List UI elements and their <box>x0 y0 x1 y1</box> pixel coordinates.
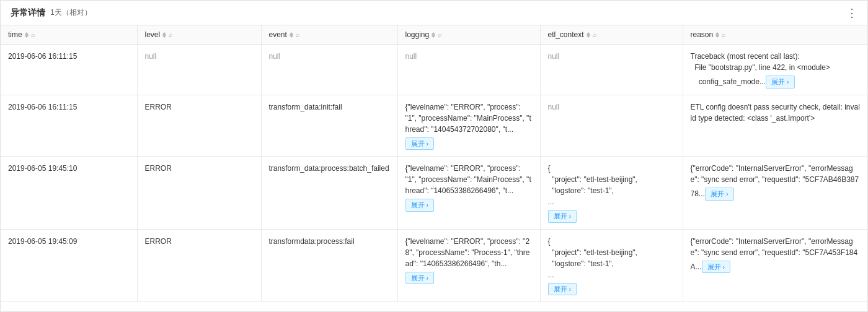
sort-icon-event[interactable] <box>290 32 293 38</box>
expand-logging-3[interactable]: 展开 › <box>405 272 435 285</box>
null-value: null <box>405 52 417 61</box>
cell-etl-1: null <box>540 95 683 157</box>
expand-reason-2[interactable]: 展开 › <box>705 188 734 201</box>
col-logging-label: logging <box>405 30 430 39</box>
cell-reason-3: {"errorCode": "InternalServerError", "er… <box>683 229 867 302</box>
expand-reason-0[interactable]: 展开 › <box>766 76 795 89</box>
cell-event-2: transform_data:process:batch_failed <box>261 157 397 230</box>
table-row: 2019-06-06 16:11:15nullnullnullnullTrace… <box>1 45 867 95</box>
cell-etl-3: { "project": "etl-test-beijing", "logsto… <box>540 229 683 302</box>
expand-etl-3[interactable]: 展开 › <box>548 283 577 296</box>
cell-reason-1: ETL config doesn't pass security check, … <box>683 95 867 157</box>
sort-icon-etl[interactable] <box>587 32 590 38</box>
null-value: null <box>548 52 560 61</box>
sort-icon-level[interactable] <box>162 32 166 38</box>
cell-time-3: 2019-06-05 19:45:09 <box>1 229 137 302</box>
cell-etl-0: null <box>540 45 683 95</box>
cell-reason-0: Traceback (most recent call last): File … <box>683 45 867 95</box>
header: 异常详情 1天（相对） ⋮ <box>1 1 867 25</box>
cell-level-2: ERROR <box>137 157 261 230</box>
sort-icon-time[interactable] <box>25 32 29 38</box>
col-header-etl-context: etl_context ⌕ <box>540 25 683 45</box>
filter-icon-reason[interactable]: ⌕ <box>722 31 726 38</box>
page-container: 异常详情 1天（相对） ⋮ time <box>0 0 868 312</box>
cell-logging-2: {"levelname": "ERROR", "process": "1", "… <box>397 157 540 230</box>
col-time-label: time <box>8 30 22 39</box>
sort-icon-logging[interactable] <box>432 32 435 38</box>
page-title: 异常详情 <box>11 7 45 19</box>
cell-logging-1: {"levelname": "ERROR", "process": "1", "… <box>397 95 540 157</box>
cell-level-1: ERROR <box>137 95 261 157</box>
expand-logging-2[interactable]: 展开 › <box>405 199 435 212</box>
expand-etl-2[interactable]: 展开 › <box>548 210 577 223</box>
null-value: null <box>145 52 157 61</box>
cell-etl-2: { "project": "etl-test-beijing", "logsto… <box>540 157 683 230</box>
col-header-logging: logging ⌕ <box>397 25 540 45</box>
table-header-row: time ⌕ level ⌕ eve <box>1 25 867 45</box>
cell-reason-2: {"errorCode": "InternalServerError", "er… <box>683 157 867 230</box>
table-row: 2019-06-06 16:11:15ERRORtransform_data:i… <box>1 95 867 157</box>
col-header-time: time ⌕ <box>1 25 137 45</box>
col-event-label: event <box>269 30 287 39</box>
filter-icon-time[interactable]: ⌕ <box>31 31 35 38</box>
data-table-wrap: time ⌕ level ⌕ eve <box>1 25 867 311</box>
filter-icon-event[interactable]: ⌕ <box>296 31 300 38</box>
more-options-icon[interactable]: ⋮ <box>846 6 857 20</box>
cell-level-3: ERROR <box>137 229 261 302</box>
cell-level-0: null <box>137 45 261 95</box>
col-header-event: event ⌕ <box>261 25 397 45</box>
col-level-label: level <box>145 30 161 39</box>
col-header-reason: reason ⌕ <box>683 25 867 45</box>
cell-time-1: 2019-06-06 16:11:15 <box>1 95 137 157</box>
col-etl-label: etl_context <box>548 30 584 39</box>
table-row: 2019-06-05 19:45:09ERRORtransformdata:pr… <box>1 229 867 302</box>
cell-logging-0: null <box>397 45 540 95</box>
table-row: 2019-06-05 19:45:10ERRORtransform_data:p… <box>1 157 867 230</box>
filter-icon-etl[interactable]: ⌕ <box>593 31 597 38</box>
header-left: 异常详情 1天（相对） <box>11 7 92 19</box>
null-value: null <box>548 103 560 111</box>
filter-icon-level[interactable]: ⌕ <box>169 31 173 38</box>
expand-reason-3[interactable]: 展开 › <box>702 261 731 274</box>
filter-icon-logging[interactable]: ⌕ <box>438 31 442 38</box>
time-range: 1天（相对） <box>50 7 92 18</box>
cell-logging-3: {"levelname": "ERROR", "process": "28", … <box>397 229 540 302</box>
null-value: null <box>269 52 281 61</box>
expand-logging-1[interactable]: 展开 › <box>405 137 435 150</box>
cell-event-1: transform_data:init:fail <box>261 95 397 157</box>
sort-icon-reason[interactable] <box>715 32 719 38</box>
ellipsis-etl-2: ... <box>548 196 675 207</box>
cell-time-0: 2019-06-06 16:11:15 <box>1 45 137 95</box>
col-header-level: level ⌕ <box>137 25 261 45</box>
data-table: time ⌕ level ⌕ eve <box>1 25 867 302</box>
col-reason-label: reason <box>691 30 714 39</box>
ellipsis-etl-3: ... <box>548 269 675 280</box>
cell-event-3: transformdata:process:fail <box>261 229 397 302</box>
cell-event-0: null <box>261 45 397 95</box>
cell-time-2: 2019-06-05 19:45:10 <box>1 157 137 230</box>
